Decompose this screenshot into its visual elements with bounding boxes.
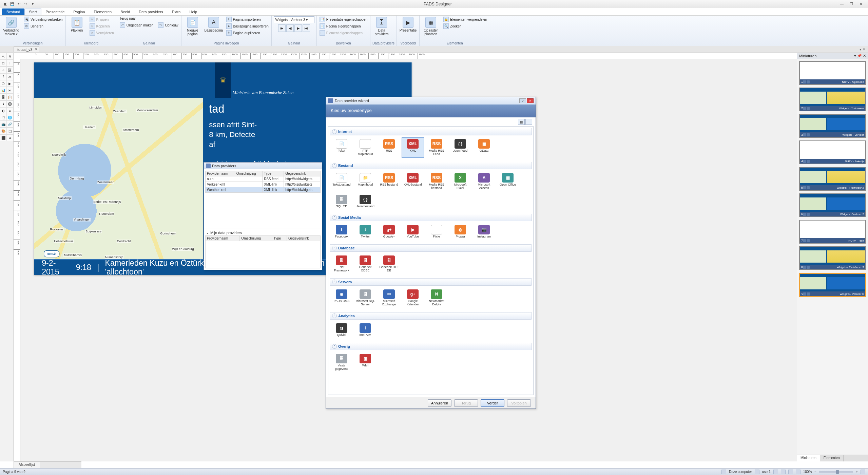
tool-icon[interactable]: 🔘 bbox=[7, 100, 14, 107]
pres-props-button[interactable]: 📑Presentatie eigenschappen bbox=[319, 16, 368, 22]
next-button[interactable]: Verder bbox=[481, 399, 504, 407]
provider-option[interactable]: iIntel AIM bbox=[354, 322, 377, 339]
wizard-dialog[interactable]: Data provider wizard ? ✕ Kies uw provide… bbox=[326, 97, 536, 409]
provider-option[interactable]: 📄Tekstbestand bbox=[330, 171, 353, 192]
provider-option[interactable]: RSSRSS bestand bbox=[378, 171, 400, 192]
disconnect-button[interactable]: 🔌Verbinding verbreken bbox=[23, 16, 63, 22]
provider-option[interactable]: { }Json Feed bbox=[449, 137, 471, 158]
qat-undo-icon[interactable]: ↶ bbox=[16, 1, 22, 7]
provider-option[interactable]: ◉PADS CMS bbox=[330, 288, 353, 308]
wizard-category-header[interactable]: ⌃Overig bbox=[330, 343, 532, 350]
base-page-button[interactable]: ABasispagina bbox=[205, 16, 223, 33]
wizard-body[interactable]: ⌃Internet📄TekstFTPFTP MapinhoudRSSRSSXML… bbox=[328, 126, 534, 395]
thumbnail[interactable]: 4NUTV - Zakelijk bbox=[799, 140, 866, 164]
tool-icon[interactable]: ⬛ bbox=[0, 134, 7, 141]
tab-presentatie[interactable]: Presentatie bbox=[41, 8, 69, 15]
dp-row[interactable]: Verkeer-xmlXML-linkhttp://bisidwidgets bbox=[206, 182, 321, 187]
widget-combo[interactable]: Widgets - Verkeer 3 ▾ bbox=[274, 16, 314, 23]
thumbnail[interactable]: 3Widgets - Verkeer bbox=[799, 114, 866, 138]
copy-button[interactable]: ⎘Kopiëren bbox=[89, 23, 115, 29]
panel-close-icon[interactable]: ✕ bbox=[863, 54, 866, 58]
page-props-button[interactable]: 📄Pagina eigenschappen bbox=[319, 23, 368, 29]
manage-button[interactable]: ⚙Beheren bbox=[23, 23, 63, 29]
undo-button[interactable]: ↶Ongedaan maken bbox=[119, 22, 154, 28]
dup-page-button[interactable]: ⎘Pagina dupliceren bbox=[226, 30, 269, 36]
data-providers-panel[interactable]: Data providers ProvidernaamOmschrijvingT… bbox=[204, 162, 322, 270]
wizard-category-header[interactable]: ⌃Internet bbox=[330, 128, 532, 135]
import-page-button[interactable]: ⬇Pagina importeren bbox=[226, 16, 269, 22]
thumbnail[interactable]: 7NUTV - Tech bbox=[799, 220, 866, 244]
nav-prev-icon[interactable]: ◀ bbox=[286, 24, 294, 32]
wizard-category-header[interactable]: ⌃Analytics bbox=[330, 312, 532, 320]
tab-extra[interactable]: Extra bbox=[168, 8, 185, 15]
provider-option[interactable]: ◑Quividi bbox=[330, 322, 353, 339]
panel-pin-icon[interactable]: ▾ bbox=[854, 54, 856, 58]
thumbnail[interactable]: 2Widgets - Trein/weer bbox=[799, 88, 866, 111]
panel-pin-icon[interactable]: 📌 bbox=[857, 54, 862, 58]
zoom-slider[interactable] bbox=[819, 471, 853, 473]
delete-button[interactable]: ✕Verwijderen bbox=[89, 30, 115, 36]
tool-icon[interactable]: 📊 bbox=[0, 87, 7, 94]
dp-section-toggle[interactable]: ⌄Mijn data providers bbox=[205, 230, 321, 235]
provider-option[interactable]: 🗄SQL CE bbox=[330, 193, 353, 210]
provider-option[interactable]: tTwitter bbox=[354, 223, 377, 240]
playlist-tab[interactable]: Afspeellijst bbox=[14, 462, 40, 468]
tab-file[interactable]: Bestand bbox=[2, 8, 24, 15]
wizard-category-header[interactable]: ⌃Social Media bbox=[330, 214, 532, 221]
status-icon[interactable] bbox=[773, 470, 778, 474]
nav-last-icon[interactable]: ⏭ bbox=[303, 24, 310, 32]
fit-icon[interactable] bbox=[861, 470, 865, 474]
tool-icon[interactable]: □ bbox=[0, 60, 7, 66]
provider-option[interactable]: g+Google Kalender bbox=[402, 288, 424, 308]
paste-button[interactable]: 📋Plakken bbox=[68, 16, 86, 33]
provider-option[interactable]: XMicrosoft Excel bbox=[449, 171, 471, 192]
provider-option[interactable]: ◐Picasa bbox=[449, 223, 471, 240]
tab-beeld[interactable]: Beeld bbox=[116, 8, 134, 15]
tool-icon[interactable]: ≡ bbox=[7, 107, 14, 114]
tool-icon[interactable]: ▱ bbox=[7, 73, 14, 80]
maximize-button[interactable]: ❐ bbox=[847, 1, 856, 7]
close-tab-icon[interactable]: ✕ bbox=[35, 48, 38, 51]
thumbnail[interactable]: 8Widgets - Trein/weer 3 bbox=[799, 246, 866, 270]
provider-option[interactable]: FTPFTP Mapinhoud bbox=[354, 137, 377, 158]
tool-icon[interactable]: 🌐 bbox=[7, 114, 14, 121]
minimize-button[interactable]: — bbox=[837, 1, 846, 7]
provider-option[interactable]: g+Google+ bbox=[378, 223, 400, 240]
thumbnail[interactable]: 9Widgets - Verkeer 3 bbox=[799, 273, 866, 297]
search-button[interactable]: 🔍Zoeken bbox=[443, 23, 488, 29]
provider-option[interactable]: RSSMedia RSS bestand bbox=[425, 171, 448, 192]
tool-icon[interactable]: ▶ bbox=[7, 80, 14, 87]
tool-icon[interactable]: ↖ bbox=[0, 53, 7, 60]
tool-icon[interactable]: 🔗 bbox=[7, 121, 14, 128]
tool-icon[interactable]: T bbox=[7, 60, 14, 66]
wizard-close-icon[interactable]: ✕ bbox=[527, 98, 534, 103]
new-page-button[interactable]: 📄Nieuwe pagina bbox=[184, 16, 202, 37]
doc-tab[interactable]: totaal_v3✕ bbox=[14, 46, 39, 52]
provider-option[interactable]: fFacebook bbox=[330, 223, 353, 240]
tool-icon[interactable]: ⬚ bbox=[0, 114, 7, 121]
status-icon[interactable] bbox=[796, 470, 801, 474]
tool-icon[interactable]: 🌡 bbox=[0, 100, 7, 107]
status-icon[interactable] bbox=[781, 470, 786, 474]
tool-icon[interactable]: Fl bbox=[7, 87, 14, 94]
tab-miniaturen[interactable]: Miniaturen bbox=[797, 455, 820, 461]
lock-elements-button[interactable]: 🔒Elementen vergrendelen bbox=[443, 16, 488, 22]
thumbs-list[interactable]: 1NUTV - Algemeen2Widgets - Trein/weer3Wi… bbox=[797, 59, 868, 455]
cancel-button[interactable]: Annuleren bbox=[428, 399, 451, 407]
qat-save-icon[interactable]: 💾 bbox=[9, 1, 15, 7]
nav-next-icon[interactable]: ▶ bbox=[294, 24, 302, 32]
tab-elementen[interactable]: Elementen bbox=[820, 455, 844, 461]
wizard-titlebar[interactable]: Data provider wizard ? ✕ bbox=[326, 97, 536, 104]
provider-option[interactable]: 🗄Vaste gegevens bbox=[330, 352, 353, 373]
zoom-out-icon[interactable]: − bbox=[814, 470, 816, 474]
wizard-category-header[interactable]: ⌃Bestand bbox=[330, 162, 532, 169]
provider-option[interactable]: { }Json bestand bbox=[354, 193, 377, 210]
qat-dropdown-icon[interactable]: ▾ bbox=[30, 1, 35, 7]
provider-option[interactable]: ▣WMI bbox=[354, 352, 377, 373]
provider-option[interactable]: 🗄.Net Framework bbox=[330, 254, 353, 274]
tab-data providers[interactable]: Data providers bbox=[134, 8, 168, 15]
tool-icon[interactable]: ◐ bbox=[0, 107, 7, 114]
qat-redo-icon[interactable]: ↷ bbox=[23, 1, 28, 7]
provider-option[interactable]: 📷Instagram bbox=[473, 223, 495, 240]
thumbnail[interactable]: 6Widgets - Verkeer 2 bbox=[799, 193, 866, 217]
